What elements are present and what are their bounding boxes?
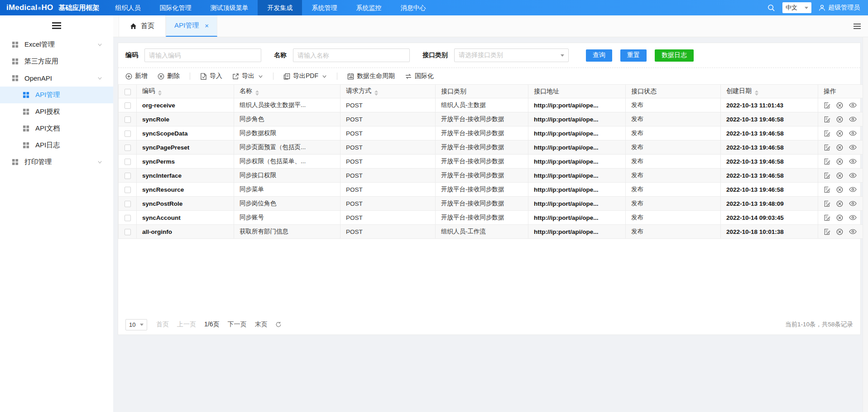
toolbar-add-button[interactable]: 新增 [125,72,148,80]
toolbar-export-pdf-button[interactable]: 导出PDF [283,72,327,80]
toolbar-i18n-label: 国际化 [415,72,434,80]
row-checkbox[interactable] [125,215,131,221]
page-size-select[interactable]: 10 [125,319,147,330]
scrollbar-track[interactable] [863,37,868,412]
topnav-item-message-center[interactable]: 消息中心 [391,0,435,15]
row-delete-icon[interactable] [836,130,843,137]
row-edit-icon[interactable] [824,130,830,137]
tab-home[interactable]: 首页 [119,15,166,37]
last-page-button[interactable]: 末页 [254,320,267,329]
row-checkbox[interactable] [125,159,131,165]
refresh-icon[interactable] [275,321,282,328]
row-edit-icon[interactable] [824,228,830,235]
row-edit-icon[interactable] [824,144,830,151]
row-checkbox[interactable] [125,145,131,151]
row-delete-icon[interactable] [836,200,843,207]
topnav-item-org-people[interactable]: 组织人员 [106,0,150,15]
row-checkbox[interactable] [125,201,131,207]
topnav-item-dev-integration[interactable]: 开发集成 [258,0,302,15]
name-input[interactable] [293,48,410,62]
toolbar-data-lifecycle-button[interactable]: 数据生命周期 [347,72,395,80]
sidebar-item-openapi[interactable]: OpenAPI [0,70,113,87]
row-checkbox[interactable] [125,116,131,123]
sidebar-item-api-manage[interactable]: API管理 [0,87,113,103]
row-edit-icon[interactable] [824,158,830,165]
row-actions-cell [818,112,865,126]
row-checkbox[interactable] [125,173,131,179]
row-view-icon[interactable] [849,116,857,122]
column-header-code[interactable]: 编码 [137,85,234,98]
row-delete-icon[interactable] [836,186,843,193]
column-header-method[interactable]: 请求方式 [340,85,436,98]
row-checkbox[interactable] [125,229,131,235]
next-page-button[interactable]: 下一页 [227,320,246,329]
sidebar-collapse-icon[interactable] [0,18,113,33]
row-edit-icon[interactable] [824,214,830,221]
sidebar-item-print-manage[interactable]: 打印管理 [0,154,113,170]
toolbar-import-button[interactable]: 导入 [200,72,222,80]
page-size-value: 10 [129,321,135,328]
column-header-created[interactable]: 创建日期 [721,85,818,98]
sidebar-item-api-docs[interactable]: API文档 [0,120,113,137]
row-delete-icon[interactable] [836,172,843,179]
search-icon[interactable] [767,4,775,12]
language-select[interactable]: 中文 [782,2,811,13]
reset-button[interactable]: 重置 [620,49,647,62]
first-page-button[interactable]: 首页 [156,320,169,329]
row-view-icon[interactable] [849,131,857,136]
sidebar-item-third-party-app[interactable]: 第三方应用 [0,53,113,70]
row-actions-cell [818,98,865,112]
row-view-icon[interactable] [849,159,857,164]
toolbar-i18n-button[interactable]: 国际化 [405,72,434,80]
topnav-item-system-monitor[interactable]: 系统监控 [346,0,391,15]
row-delete-icon[interactable] [836,102,843,109]
row-view-icon[interactable] [849,145,857,150]
sort-icon[interactable] [158,90,162,96]
cell-code: syncRole [137,112,234,126]
tab-close-icon[interactable]: × [205,22,209,29]
row-edit-icon[interactable] [824,102,830,109]
type-select[interactable]: 请选择接口类别 [454,48,569,62]
row-delete-icon[interactable] [836,228,843,235]
tab-api-manage[interactable]: API管理 × [166,15,217,37]
tab-list-icon[interactable] [854,24,861,29]
row-edit-icon[interactable] [824,172,830,179]
topnav-item-i18n-manage[interactable]: 国际化管理 [150,0,201,15]
column-header-checkbox[interactable] [119,85,137,98]
row-checkbox[interactable] [125,102,131,109]
row-delete-icon[interactable] [836,158,843,165]
data-log-button[interactable]: 数据日志 [655,49,694,62]
sidebar-item-api-logs[interactable]: API日志 [0,137,113,154]
toolbar-delete-button[interactable]: 删除 [158,72,180,80]
prev-page-button[interactable]: 上一页 [177,320,196,329]
row-edit-icon[interactable] [824,200,830,207]
row-checkbox[interactable] [125,131,131,137]
sidebar-item-api-auth[interactable]: API授权 [0,103,113,120]
row-view-icon[interactable] [849,201,857,206]
search-button[interactable]: 查询 [586,49,612,62]
user-menu[interactable]: 超级管理员 [819,4,860,12]
column-header-name[interactable]: 名称 [234,85,340,98]
row-edit-icon[interactable] [824,186,830,193]
row-checkbox[interactable] [125,187,131,193]
row-edit-icon[interactable] [824,116,830,123]
topnav-item-system-manage[interactable]: 系统管理 [302,0,346,15]
sort-icon[interactable] [255,90,259,96]
row-delete-icon[interactable] [836,116,843,123]
row-view-icon[interactable] [849,173,857,178]
topnav-item-test-top-menu[interactable]: 测试顶级菜单 [201,0,258,15]
sort-icon[interactable] [755,90,758,96]
code-input[interactable] [144,48,261,62]
sidebar-item-excel-manage[interactable]: Excel管理 [0,36,113,53]
row-view-icon[interactable] [849,215,857,220]
toolbar-export-button[interactable]: 导出 [232,72,263,80]
row-view-icon[interactable] [849,187,857,192]
row-delete-icon[interactable] [836,214,843,221]
cell-status: 发布 [626,225,721,239]
select-all-checkbox[interactable] [125,89,131,95]
row-view-icon[interactable] [849,229,857,234]
sort-icon[interactable] [374,90,378,96]
row-delete-icon[interactable] [836,144,843,151]
cell-method: POST [340,141,436,155]
row-view-icon[interactable] [849,102,857,108]
